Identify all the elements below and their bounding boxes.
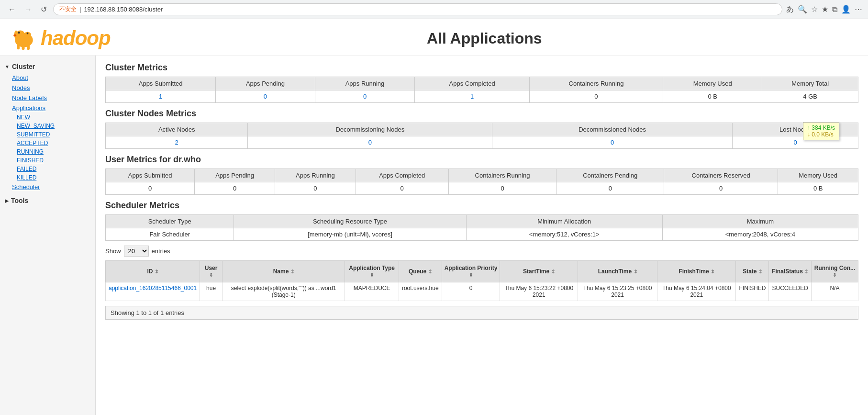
elephant-icon [10,24,38,53]
cell-priority: 0 [442,282,500,301]
scheduler-metrics-row: Fair Scheduler [memory-mb (unit=Mi), vco… [106,228,858,241]
val-maximum-allocation: <memory:2048, vCores:4 [662,228,858,241]
apps-submitted-link[interactable]: 1 [159,93,162,100]
apps-completed-link[interactable]: 1 [470,93,474,100]
col-state[interactable]: State ⇕ [736,261,769,282]
entries-select[interactable]: 10 20 50 100 [124,246,149,257]
sidebar-item-killed[interactable]: KILLED [0,173,95,182]
col-name[interactable]: Name ⇕ [222,261,345,282]
col-start-time[interactable]: StartTime ⇕ [500,261,578,282]
sidebar-item-running[interactable]: RUNNING [0,147,95,156]
cell-start-time: Thu May 6 15:23:22 +0800 2021 [500,282,578,301]
bookmark-add-icon[interactable]: ☆ [811,5,818,14]
apps-running-link[interactable]: 0 [363,93,367,100]
col-application-type[interactable]: Application Type ⇕ [345,261,399,282]
decommissioned-link[interactable]: 0 [611,139,614,146]
tools-section-header[interactable]: ▶ Tools [0,194,95,207]
sidebar-item-node-labels[interactable]: Node Labels [0,93,95,103]
col-scheduler-type: Scheduler Type [106,215,234,228]
sort-state-icon: ⇕ [758,269,762,274]
col-application-priority[interactable]: Application Priority ⇕ [442,261,500,282]
col-finish-time[interactable]: FinishTime ⇕ [657,261,736,282]
app-id-link[interactable]: application_1620285115466_0001 [109,285,197,292]
profile-icon[interactable]: 👤 [841,5,851,14]
lost-nodes-link[interactable]: 0 [793,139,797,146]
val-apps-completed: 1 [415,90,529,103]
col-id[interactable]: ID ⇕ [106,261,200,282]
sidebar-item-scheduler[interactable]: Scheduler [0,182,95,192]
col-launch-time[interactable]: LaunchTime ⇕ [578,261,657,282]
val-containers-running: 0 [529,90,663,103]
search-icon[interactable]: 🔍 [798,5,807,14]
sort-queue-icon: ⇕ [428,269,432,274]
sidebar-item-new-saving[interactable]: NEW_SAVING [0,122,95,130]
cell-name: select explode(split(words,"")) as ...wo… [222,282,345,301]
scheduler-metrics-title: Scheduler Metrics [105,201,858,211]
forward-button[interactable]: → [22,4,34,15]
sort-start-icon: ⇕ [551,269,555,274]
table-row: application_1620285115466_0001 hue selec… [106,282,858,301]
col-final-status[interactable]: FinalStatus ⇕ [769,261,811,282]
svg-rect-7 [27,45,30,50]
tools-arrow-icon: ▶ [5,198,9,203]
sidebar-item-new[interactable]: NEW [0,113,95,122]
sidebar-item-failed[interactable]: FAILED [0,165,95,173]
cluster-label: Cluster [12,63,35,70]
val-active-nodes: 2 [106,136,248,149]
sidebar-item-nodes[interactable]: Nodes [0,83,95,93]
cluster-section-header[interactable]: ▼ Cluster [0,60,95,73]
network-down-speed: ↓ 0.0 KB/s [807,131,835,138]
browser-chrome: ← → ↺ 不安全 | 192.168.88.150:8088/cluster … [0,0,868,19]
sidebar-item-applications[interactable]: Applications [0,103,95,113]
url-text: 192.168.88.150:8088/cluster [84,6,776,13]
val-decommissioned-nodes: 0 [492,136,733,149]
col-running-containers[interactable]: Running Con... ⇕ [811,261,858,282]
menu-icon[interactable]: ⋯ [855,5,862,14]
svg-point-9 [13,34,16,37]
network-up-speed: ↑ 384 KB/s [807,124,835,131]
cluster-nodes-title: Cluster Nodes Metrics [105,109,858,119]
bookmark-icon[interactable]: ★ [822,5,828,14]
sort-finish-icon: ⇕ [711,269,714,274]
decommissioning-link[interactable]: 0 [368,139,372,146]
col-user-containers-reserved: Containers Reserved [664,169,778,182]
svg-rect-5 [17,44,20,49]
col-scheduling-resource-type: Scheduling Resource Type [234,215,466,228]
font-icon[interactable]: あ [786,4,794,14]
col-memory-total: Memory Total [762,77,858,90]
entries-label: entries [152,247,170,255]
sort-containers-icon: ⇕ [833,272,836,278]
val-scheduler-type: Fair Scheduler [106,228,234,241]
sidebar-item-about[interactable]: About [0,73,95,83]
svg-point-4 [18,32,20,34]
col-apps-running: Apps Running [315,77,415,90]
cell-launch-time: Thu May 6 15:23:25 +0800 2021 [578,282,657,301]
tab-icon[interactable]: ⧉ [832,5,837,14]
sidebar-item-finished[interactable]: FINISHED [0,156,95,165]
col-decommissioned-nodes: Decommissioned Nodes [492,123,733,136]
reload-button[interactable]: ↺ [38,4,49,15]
col-apps-submitted: Apps Submitted [106,77,216,90]
user-metrics-row: 0 0 0 0 0 0 0 0 B [106,182,858,195]
col-queue[interactable]: Queue ⇕ [399,261,442,282]
security-warning: 不安全 [59,5,77,13]
col-minimum-allocation: Minimum Allocation [466,215,662,228]
cell-user: hue [200,282,223,301]
col-user-apps-running: Apps Running [275,169,356,182]
apps-pending-link[interactable]: 0 [264,93,267,100]
user-metrics-table: Apps Submitted Apps Pending Apps Running… [105,168,858,195]
content-area: Cluster Metrics Apps Submitted Apps Pend… [96,56,868,415]
sidebar-item-accepted[interactable]: ACCEPTED [0,139,95,147]
cell-running-containers: N/A [811,282,858,301]
sidebar-item-submitted[interactable]: SUBMITTED [0,130,95,139]
back-button[interactable]: ← [6,4,18,15]
main-content: ▼ Cluster About Nodes Node Labels Applic… [0,56,868,415]
active-nodes-link[interactable]: 2 [175,139,178,146]
address-bar[interactable]: 不安全 | 192.168.88.150:8088/cluster [53,3,782,15]
val-user-containers-reserved: 0 [664,182,778,195]
val-memory-used: 0 B [663,90,762,103]
val-user-apps-submitted: 0 [106,182,195,195]
sort-priority-icon: ⇕ [469,272,473,278]
col-user[interactable]: User ⇕ [200,261,223,282]
hadoop-logo: hadoop [10,24,111,53]
